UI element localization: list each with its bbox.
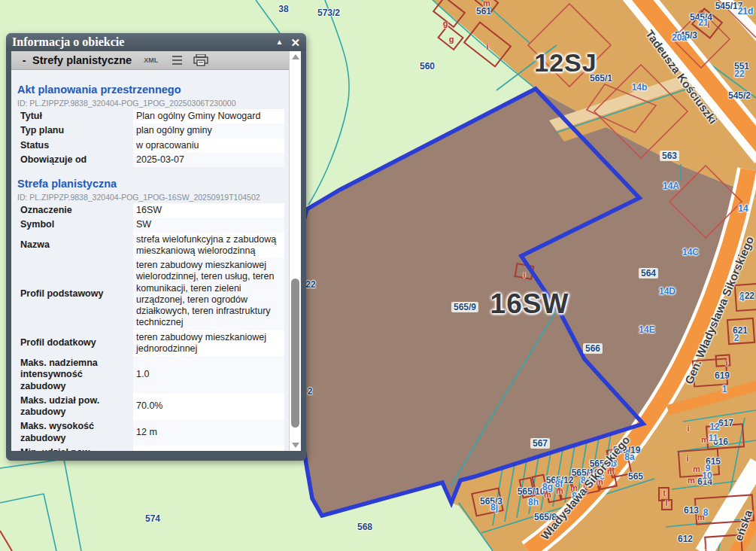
info-table-act: TytułPlan ogólny Gminy NowogardTyp planu… — [17, 109, 284, 167]
info-row-value: 2025-03-07 — [133, 153, 284, 167]
info-row: Profil podstawowyteren zabudowy mieszkan… — [17, 258, 284, 330]
layer-toolbar: - Strefy planistyczne XML — [11, 51, 289, 70]
info-row-label: Profil dodatkowy — [17, 330, 133, 357]
close-icon[interactable]: ✕ — [290, 37, 300, 48]
popup-footer — [6, 451, 306, 461]
info-row-value: teren zabudowy mieszkaniowej wielorodzin… — [133, 258, 284, 330]
info-row-label: Status — [17, 139, 133, 153]
info-row-value: 12 m — [133, 419, 284, 446]
info-row-label: Profil podstawowy — [17, 258, 133, 330]
info-row-label: Maks. udział pow. zabudowy — [17, 394, 133, 420]
info-row-value: 30.0% — [133, 446, 284, 451]
scroll-up-icon[interactable] — [292, 54, 299, 59]
info-row: Oznaczenie16SW — [17, 203, 284, 218]
info-row-value: plan ogólny gminy — [133, 123, 284, 138]
info-row-value: Plan ogólny Gminy Nowogard — [133, 109, 284, 123]
info-row-label: Oznaczenie — [17, 203, 133, 218]
info-row-value: strefa wielofunkcyjna z zabudową mieszka… — [133, 233, 284, 259]
scroll-down-icon[interactable] — [292, 443, 299, 448]
section-heading: Akt planowania przestrzennego — [17, 84, 284, 96]
info-row-value: 16SW — [133, 203, 284, 218]
info-row: SymbolSW — [17, 218, 284, 232]
object-info-popup: Informacja o obiekcie ▲ ✕ - Strefy plani… — [6, 33, 306, 461]
scrollbar-track[interactable] — [291, 62, 299, 440]
info-row-value: 70.0% — [133, 394, 284, 420]
info-row: Typ planuplan ogólny gminy — [17, 123, 284, 138]
info-row-label: Symbol — [17, 218, 133, 232]
info-row: Maks. udział pow. zabudowy70.0% — [17, 394, 284, 420]
info-row: Nazwastrefa wielofunkcyjna z zabudową mi… — [17, 233, 284, 259]
info-row-label: Typ planu — [17, 123, 133, 138]
print-icon[interactable] — [193, 54, 208, 66]
list-icon[interactable] — [169, 55, 183, 65]
section-id: ID: PL.ZIPPZP.9838_320404-POG_1POG_20250… — [17, 99, 284, 108]
info-row-label: Maks. nadziemna intensywność zabudowy — [17, 356, 133, 394]
info-row: Maks. nadziemna intensywność zabudowy1.0 — [17, 356, 284, 394]
info-row: TytułPlan ogólny Gminy Nowogard — [17, 109, 284, 123]
info-row-value: 1.0 — [133, 356, 284, 394]
info-row-value: w opracowaniu — [133, 139, 284, 153]
layer-name: Strefy planistyczne — [32, 54, 132, 66]
info-row-label: Maks. wysokość zabudowy — [17, 419, 133, 446]
info-row: Statusw opracowaniu — [17, 139, 284, 153]
info-row-label: Min. udział pow. biologicznie czynnej — [17, 446, 133, 451]
xml-button[interactable]: XML — [144, 56, 158, 64]
info-row: Profil dodatkowyteren zabudowy mieszkani… — [17, 330, 284, 357]
layer-collapse-button[interactable]: - — [16, 54, 32, 66]
section-id: ID: PL.ZIPPZP.9838_320404-POG_1POG-16SW_… — [17, 193, 284, 202]
popup-title: Informacja o obiekcie — [12, 35, 269, 49]
section-heading: Strefa planistyczna — [17, 178, 284, 190]
info-row: Obowiązuje od2025-03-07 — [17, 153, 284, 167]
info-row-label: Obowiązuje od — [17, 153, 133, 167]
info-table-zone: Oznaczenie16SWSymbolSWNazwastrefa wielof… — [17, 203, 284, 451]
info-row: Maks. wysokość zabudowy12 m — [17, 419, 284, 446]
info-row-label: Tytuł — [17, 109, 133, 123]
info-content: Akt planowania przestrzennego ID: PL.ZIP… — [11, 70, 289, 451]
info-row-value: teren zabudowy mieszkaniowej jednorodzin… — [133, 330, 284, 357]
map-viewport[interactable]: 38573/2560561565/1545/17545/4545/3551545… — [0, 0, 756, 551]
info-row-label: Nazwa — [17, 233, 133, 259]
popup-scrollbar[interactable] — [289, 51, 301, 451]
collapse-icon[interactable]: ▲ — [276, 38, 284, 46]
popup-titlebar[interactable]: Informacja o obiekcie ▲ ✕ — [6, 33, 306, 51]
scrollbar-thumb[interactable] — [291, 279, 299, 428]
info-row: Min. udział pow. biologicznie czynnej30.… — [17, 446, 284, 451]
info-row-value: SW — [133, 218, 284, 232]
